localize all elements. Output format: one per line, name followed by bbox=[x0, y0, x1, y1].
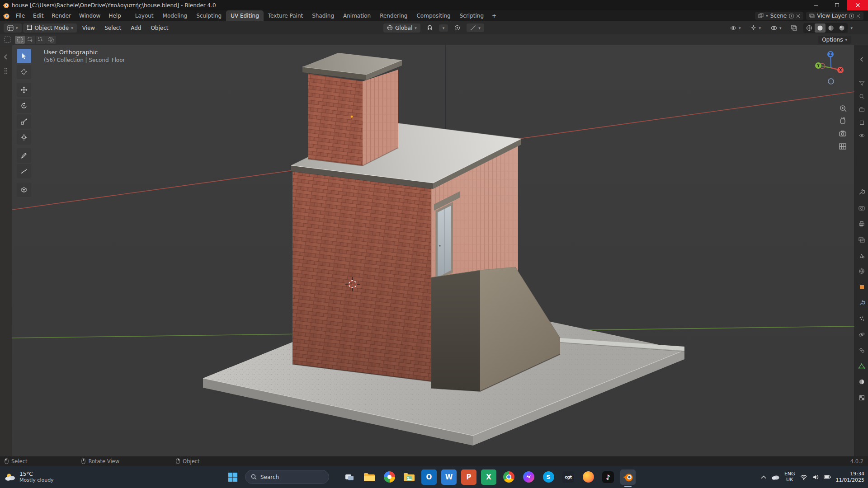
chevron-left-icon[interactable] bbox=[3, 54, 9, 60]
menu-help[interactable]: Help bbox=[104, 10, 125, 21]
outliner-visibility-icon[interactable] bbox=[858, 131, 866, 140]
tab-animation[interactable]: Animation bbox=[339, 10, 375, 21]
outliner-filter-icon[interactable] bbox=[858, 79, 866, 87]
tool-scale[interactable] bbox=[17, 114, 31, 129]
shading-wireframe-button[interactable] bbox=[804, 23, 815, 33]
tab-modeling[interactable]: Modeling bbox=[158, 10, 192, 21]
3d-viewport[interactable]: Z X Y User Orthographic (56) Collection … bbox=[12, 45, 854, 456]
tab-scripting[interactable]: Scripting bbox=[455, 10, 488, 21]
mode-dropdown[interactable]: Object Mode ▾ bbox=[23, 23, 77, 33]
proportional-editing-toggle[interactable] bbox=[451, 23, 464, 32]
menu-add[interactable]: Add bbox=[127, 23, 145, 33]
taskbar-app-tiktok[interactable]: ♪ bbox=[600, 469, 616, 485]
xray-toggle[interactable] bbox=[788, 23, 801, 32]
taskbar-app-gallery[interactable] bbox=[401, 469, 417, 485]
properties-tab-tool-icon[interactable] bbox=[858, 188, 866, 196]
show-gizmo-toggle[interactable]: ▾ bbox=[747, 23, 764, 32]
drag-grip-icon[interactable] bbox=[3, 68, 9, 74]
taskbar-app-chrome[interactable] bbox=[501, 469, 516, 485]
shading-rendered-button[interactable] bbox=[836, 23, 847, 33]
volume-icon[interactable] bbox=[812, 474, 819, 480]
blender-logo-icon[interactable] bbox=[0, 12, 12, 19]
show-overlays-dropdown[interactable]: ▾ bbox=[767, 24, 785, 32]
add-workspace-button[interactable]: + bbox=[488, 10, 500, 21]
properties-tab-material-icon[interactable] bbox=[858, 378, 866, 386]
weather-widget[interactable]: 15°C Mostly cloudy bbox=[5, 466, 54, 488]
outliner-object-icon[interactable] bbox=[858, 118, 866, 127]
tab-sculpting[interactable]: Sculpting bbox=[192, 10, 226, 21]
pan-hand-button[interactable] bbox=[840, 117, 845, 124]
tray-expand-icon[interactable] bbox=[761, 475, 766, 479]
zoom-button[interactable] bbox=[840, 106, 846, 112]
taskbar-app-powerpoint[interactable]: P bbox=[461, 469, 476, 485]
menu-select[interactable]: Select bbox=[100, 23, 125, 33]
select-mode-subtract-button[interactable] bbox=[36, 36, 46, 44]
tool-cursor[interactable] bbox=[17, 65, 31, 79]
collapsed-uv-editor-strip[interactable] bbox=[0, 45, 12, 456]
snap-target-dropdown[interactable]: ▾ bbox=[439, 24, 448, 32]
tab-compositing[interactable]: Compositing bbox=[412, 10, 455, 21]
taskbar-app-cgtrader[interactable]: cgt bbox=[561, 469, 576, 485]
taskbar-app-blender[interactable] bbox=[620, 469, 636, 485]
select-mode-extend-button[interactable] bbox=[25, 36, 35, 44]
properties-tab-world-icon[interactable] bbox=[858, 267, 866, 275]
wifi-icon[interactable] bbox=[800, 474, 807, 480]
taskbar-app-messenger[interactable] bbox=[521, 469, 536, 485]
properties-tab-constraints-icon[interactable] bbox=[858, 346, 866, 354]
scene-selector[interactable]: ▾ Scene bbox=[755, 12, 803, 20]
menu-render[interactable]: Render bbox=[47, 10, 75, 21]
object-visibility-dropdown[interactable]: ▾ bbox=[726, 24, 745, 32]
tool-move[interactable] bbox=[17, 83, 31, 97]
select-mode-intersect-button[interactable] bbox=[46, 36, 56, 44]
outliner-search-icon[interactable] bbox=[858, 92, 866, 100]
tool-annotate[interactable] bbox=[17, 148, 31, 163]
select-mode-new-button[interactable] bbox=[15, 36, 25, 44]
house-front-wall[interactable] bbox=[292, 172, 431, 381]
properties-tab-particles-icon[interactable] bbox=[858, 314, 866, 323]
tool-add-cube[interactable] bbox=[17, 183, 31, 197]
snapping-toggle[interactable] bbox=[423, 23, 436, 32]
properties-tab-object-data-icon[interactable] bbox=[858, 362, 866, 370]
remove-layer-icon[interactable] bbox=[856, 14, 860, 18]
battery-icon[interactable] bbox=[824, 475, 831, 479]
transform-orientation-dropdown[interactable]: Global ▾ bbox=[383, 23, 420, 33]
menu-object[interactable]: Object bbox=[146, 23, 172, 33]
gizmo-neg-z-ball[interactable] bbox=[828, 79, 834, 84]
language-indicator[interactable]: ENG UK bbox=[784, 471, 795, 483]
tool-transform[interactable] bbox=[17, 130, 31, 145]
proportional-falloff-dropdown[interactable]: ▾ bbox=[467, 23, 484, 32]
editor-type-button[interactable]: ▾ bbox=[4, 23, 22, 33]
chimney[interactable] bbox=[302, 53, 402, 166]
shading-material-button[interactable] bbox=[826, 23, 836, 33]
taskbar-app-word[interactable]: W bbox=[441, 469, 457, 485]
taskbar-app-firefox[interactable] bbox=[580, 469, 596, 485]
tool-rotate[interactable] bbox=[17, 99, 31, 113]
chevron-left-icon[interactable] bbox=[858, 55, 866, 63]
tab-uv-editing[interactable]: UV Editing bbox=[226, 10, 264, 21]
navigation-gizmo[interactable]: Z X Y bbox=[815, 51, 844, 84]
taskbar-app-excel[interactable]: X bbox=[481, 469, 496, 485]
tab-texture-paint[interactable]: Texture Paint bbox=[264, 10, 307, 21]
menu-view[interactable]: View bbox=[78, 23, 99, 33]
start-button[interactable] bbox=[225, 469, 241, 485]
taskbar-app-photos[interactable] bbox=[382, 469, 397, 485]
menu-edit[interactable]: Edit bbox=[29, 10, 47, 21]
new-scene-icon[interactable] bbox=[789, 14, 794, 19]
options-dropdown[interactable]: Options ▾ bbox=[818, 36, 851, 44]
shading-solid-button[interactable] bbox=[815, 23, 826, 33]
outliner-collection-icon[interactable] bbox=[858, 105, 866, 113]
taskbar-app-task-view[interactable] bbox=[342, 469, 357, 485]
new-layer-icon[interactable] bbox=[849, 14, 854, 19]
properties-tab-scene-icon[interactable] bbox=[858, 251, 866, 259]
properties-tab-modifiers-icon[interactable] bbox=[858, 299, 866, 307]
tool-measure[interactable] bbox=[17, 164, 31, 178]
tab-shading[interactable]: Shading bbox=[307, 10, 339, 21]
minimize-button[interactable] bbox=[806, 0, 826, 10]
taskbar-app-outlook[interactable]: O bbox=[421, 469, 437, 485]
unlink-scene-icon[interactable] bbox=[796, 14, 800, 18]
taskbar-app-file-explorer[interactable] bbox=[362, 469, 377, 485]
properties-tab-texture-icon[interactable] bbox=[858, 394, 866, 402]
close-button[interactable] bbox=[847, 0, 868, 10]
tab-layout[interactable]: Layout bbox=[131, 10, 158, 21]
shading-dropdown-icon[interactable]: ▾ bbox=[850, 26, 853, 30]
